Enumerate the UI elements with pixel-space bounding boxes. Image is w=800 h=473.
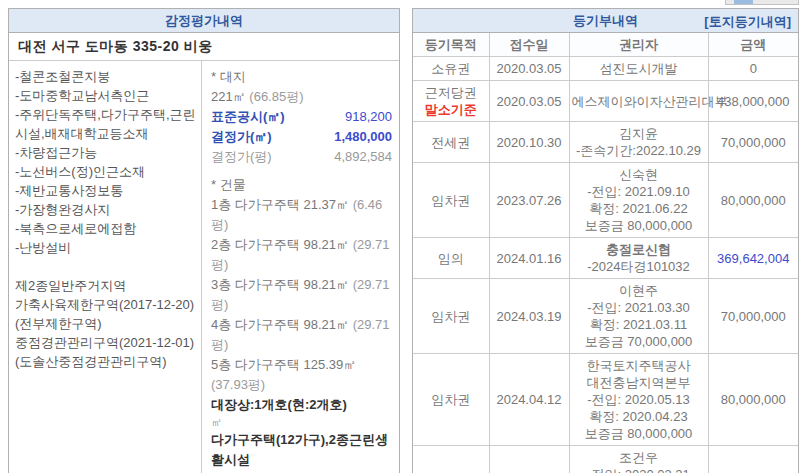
appraisal-panel-title: 감정평가내역 xyxy=(165,12,243,30)
unit-line: ㎡ xyxy=(211,415,392,430)
floor-line: 4층 다가구주택 98.21㎡ (29.71평) xyxy=(211,315,392,355)
registry-panel-title: 등기부내역 xyxy=(573,12,638,30)
stat-decided-price-pyeong: 결정가(평) 4,892,584 xyxy=(211,147,392,167)
land-registry-link[interactable]: [토지등기내역] xyxy=(704,13,791,31)
floor-line: 1층 다가구주택 21.37㎡ (6.46평) xyxy=(211,195,392,235)
registry-header-row: 등기목적 접수일 권리자 금액 xyxy=(413,33,798,57)
property-features-column: -철콘조철콘지붕 -도마중학교남서측인근 -주위단독주택,다가구주택,근린시설,… xyxy=(9,61,202,473)
col-amount: 금액 xyxy=(708,33,798,57)
appraisal-panel-header: 감정평가내역 xyxy=(9,9,399,33)
building-section-label: * 건물 xyxy=(211,175,392,195)
stat-decided-price-sqm: 결정가(㎡) 1,480,000 xyxy=(211,127,392,147)
land-area-line: 221㎡ (66.85평) xyxy=(211,87,392,107)
col-holder: 권리자 xyxy=(569,33,708,57)
table-row-auction: 임의 2024.01.16 충절로신협 -2024타경101032 369,64… xyxy=(413,238,798,279)
table-row: 근저당권 말소기준 2020.03.05 에스제이와이자산관리대부 438,00… xyxy=(413,81,798,122)
registry-panel: 등기부내역 [토지등기내역] 등기목적 접수일 권리자 금액 소유권 2020.… xyxy=(412,8,799,473)
table-row: 전세권 2020.10.30 김지윤 -존속기간:2022.10.29 70,0… xyxy=(413,122,798,163)
table-row: 임차권 2024.07.12 조건우 -전입: 2020.03.31 확정: 2… xyxy=(413,446,798,473)
floor-line: 5층 다가구주택 125.39㎡ (37.93평) xyxy=(211,355,392,395)
col-purpose: 등기목적 xyxy=(413,33,489,57)
table-row: 소유권 2020.03.05 섬진도시개발 0 xyxy=(413,57,798,81)
land-section-label: * 대지 xyxy=(211,67,392,87)
col-date: 접수일 xyxy=(489,33,569,57)
ledger-note: 대장상:1개호(현:2개호) xyxy=(211,395,392,415)
registry-table: 등기목적 접수일 권리자 금액 소유권 2020.03.05 섬진도시개발 0 … xyxy=(413,33,798,473)
cancellation-baseline-badge: 말소기준 xyxy=(415,101,487,118)
floor-line: 2층 다가구주택 98.21㎡ (29.71평) xyxy=(211,235,392,275)
cutoff-toolbar-button[interactable] xyxy=(725,0,799,5)
floor-line: 3층 다가구주택 98.21㎡ (29.71평) xyxy=(211,275,392,315)
table-row: 임차권 2024.04.12 한국토지주택공사 대전충남지역본부 -전입: 20… xyxy=(413,354,798,446)
table-row: 임차권 2024.03.19 이현주 -전입: 2021.03.30 확정: 2… xyxy=(413,279,798,354)
usage-note: 다가구주택(12가구),2종근린생활시설 xyxy=(211,430,392,470)
zoning-info: 제2종일반주거지역 가축사육제한구역(2017-12-20)(전부제한구역) 중… xyxy=(15,276,197,371)
property-address: 대전 서구 도마동 335-20 비웅 xyxy=(9,33,399,61)
blue-chip-icon xyxy=(734,0,753,4)
registry-panel-header: 등기부내역 [토지등기내역] xyxy=(413,9,798,33)
land-area: 221㎡ xyxy=(211,89,246,104)
property-features: -철콘조철콘지붕 -도마중학교남서측인근 -주위단독주택,다가구주택,근린시설,… xyxy=(15,67,197,257)
appraisal-values-column: * 대지 221㎡ (66.85평) 표준공시(㎡) 918,200 결정가(㎡… xyxy=(202,61,399,473)
table-row: 임차권 2023.07.26 신숙현 -전입: 2021.09.10 확정: 2… xyxy=(413,163,798,238)
land-area-pyeong: (66.85평) xyxy=(249,89,303,104)
stat-official-price: 표준공시(㎡) 918,200 xyxy=(211,107,392,127)
appraisal-panel: 감정평가내역 대전 서구 도마동 335-20 비웅 -철콘조철콘지붕 -도마중… xyxy=(8,8,400,473)
